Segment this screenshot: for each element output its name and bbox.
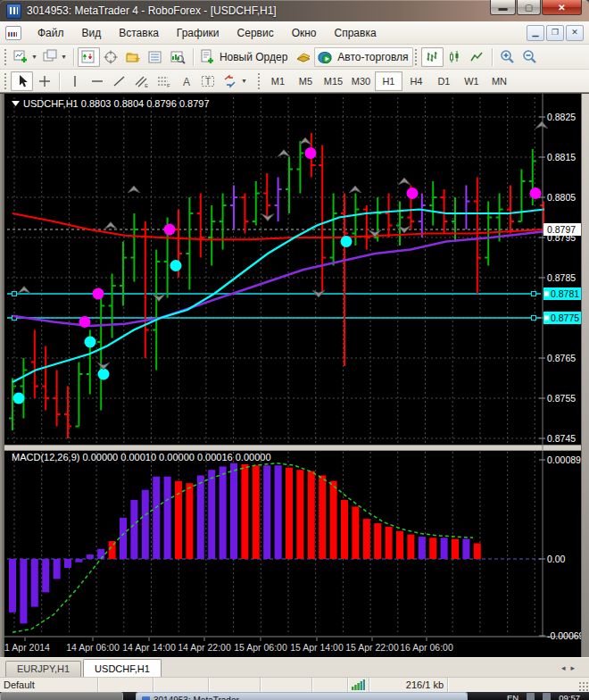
market-watch-icon bbox=[81, 50, 95, 64]
arrows-button[interactable]: ▼ bbox=[220, 71, 250, 91]
new-order-button[interactable]: Новый Ордер bbox=[197, 47, 292, 67]
title-bar: 3014953: MetaTrader 4 - RoboForex - [USD… bbox=[0, 0, 589, 21]
child-minimize-button[interactable]: ▁ bbox=[527, 25, 544, 41]
svg-text:14 Apr 22:00: 14 Apr 22:00 bbox=[178, 642, 231, 653]
terminal-button[interactable] bbox=[145, 47, 167, 67]
connection-signal bbox=[348, 678, 369, 692]
market-watch-button[interactable] bbox=[78, 47, 100, 67]
timeframe-w1[interactable]: W1 bbox=[458, 71, 485, 91]
candlestick-icon bbox=[447, 50, 461, 64]
timeframe-mn[interactable]: MN bbox=[485, 71, 513, 91]
taskbar-clock[interactable]: 09:57 bbox=[559, 693, 580, 700]
navigator-button[interactable]: ★ bbox=[122, 47, 145, 67]
data-window-button[interactable] bbox=[100, 47, 122, 67]
horizontal-line-button[interactable] bbox=[86, 71, 108, 91]
tab-eurjpy-h1[interactable]: EURJPY,H1 bbox=[5, 661, 81, 677]
timeframe-d1[interactable]: D1 bbox=[430, 71, 458, 91]
menu-charts[interactable]: Графики bbox=[168, 23, 228, 43]
resize-grip[interactable] bbox=[578, 681, 589, 692]
timeframe-m5[interactable]: M5 bbox=[292, 71, 319, 91]
metatrader-taskbar-icon bbox=[142, 696, 150, 700]
current-price-badge: 0.8797 bbox=[543, 223, 581, 236]
fibonacci-icon: F bbox=[156, 74, 171, 88]
text-button[interactable]: A bbox=[175, 71, 197, 91]
svg-text:0.8745: 0.8745 bbox=[547, 433, 576, 444]
menu-file[interactable]: Файл bbox=[29, 23, 73, 43]
taskbar-metatrader-button[interactable]: 3014953: MetaTrader bbox=[136, 692, 468, 700]
price-chart[interactable]: 0.88250.88150.88050.87950.87850.87750.87… bbox=[0, 94, 589, 657]
menu-help[interactable]: Справка bbox=[326, 23, 386, 43]
toolbar-grip[interactable] bbox=[4, 72, 7, 90]
crosshair-icon bbox=[37, 74, 52, 88]
bar-chart-button[interactable] bbox=[421, 47, 444, 67]
timeframe-m30[interactable]: M30 bbox=[347, 71, 375, 91]
autotrade-label: Авто-торговля bbox=[336, 51, 410, 63]
taskbar-button-label: 3014953: MetaTrader bbox=[153, 696, 239, 700]
status-profile: Default bbox=[0, 678, 98, 692]
menu-view[interactable]: Вид bbox=[73, 23, 111, 43]
gold-book-icon bbox=[295, 50, 311, 63]
minimize-button[interactable]: ▬ bbox=[490, 0, 516, 15]
timeframe-h1[interactable]: H1 bbox=[375, 71, 402, 91]
macd-header: MACD(12,26,9) 0.00000 0.00010 0.00000 0.… bbox=[12, 452, 271, 462]
crosshair-circle-icon bbox=[104, 50, 118, 64]
new-chart-button[interactable]: ▼ bbox=[11, 47, 40, 67]
folder-star-icon: ★ bbox=[126, 50, 141, 64]
metaeditor-button[interactable] bbox=[292, 47, 314, 67]
zoom-in-button[interactable] bbox=[496, 47, 518, 67]
tab-usdchf-h1[interactable]: USDCHF,H1 bbox=[83, 659, 162, 677]
profiles-button[interactable]: ▼ bbox=[40, 47, 70, 67]
status-bar: Default 216/1 kb bbox=[0, 677, 589, 692]
cursor-icon bbox=[15, 74, 29, 88]
strategy-tester-button[interactable] bbox=[167, 47, 189, 67]
close-button[interactable]: ✕ bbox=[542, 0, 582, 15]
language-indicator[interactable]: EN bbox=[507, 693, 518, 700]
child-restore-button[interactable]: ❐ bbox=[546, 25, 564, 41]
connection-traffic: 216/1 kb bbox=[369, 678, 448, 692]
vertical-line-button[interactable] bbox=[63, 71, 86, 91]
text-label-button[interactable]: T bbox=[197, 71, 220, 91]
panel-separator bbox=[0, 445, 589, 451]
svg-text:0.8775: 0.8775 bbox=[551, 312, 579, 323]
svg-text:0.8805: 0.8805 bbox=[547, 192, 576, 203]
chart-panel[interactable]: 0.88250.88150.88050.87950.87850.87750.87… bbox=[0, 94, 589, 657]
equidistant-channel-button[interactable]: E bbox=[130, 71, 153, 91]
timeframe-m1[interactable]: M1 bbox=[264, 71, 292, 91]
trend-line-button[interactable] bbox=[108, 71, 130, 91]
child-close-button[interactable]: ✕ bbox=[566, 25, 584, 41]
candlestick-chart-button[interactable] bbox=[444, 47, 466, 67]
tray-icon[interactable] bbox=[543, 693, 551, 700]
line-chart-button[interactable] bbox=[466, 47, 488, 67]
svg-text:0.8815: 0.8815 bbox=[547, 152, 576, 162]
toolbar-grip[interactable] bbox=[4, 48, 7, 66]
cursor-button[interactable] bbox=[11, 71, 33, 91]
tab-scroll-arrows[interactable]: ◂▸ bbox=[561, 663, 580, 672]
menu-insert[interactable]: Вставка bbox=[110, 23, 168, 43]
toolbar-grip[interactable] bbox=[257, 72, 261, 90]
fibonacci-button[interactable]: F bbox=[153, 71, 175, 91]
timeframe-h4[interactable]: H4 bbox=[402, 71, 430, 91]
windows-taskbar: 3014953: MetaTrader EN 09:57 bbox=[0, 692, 589, 700]
tray-icon[interactable] bbox=[527, 693, 535, 700]
svg-text:0.00: 0.00 bbox=[547, 554, 566, 564]
svg-text:0.8785: 0.8785 bbox=[547, 272, 576, 283]
status-cell bbox=[209, 678, 261, 692]
arrows-icon bbox=[222, 74, 238, 88]
svg-text:0.8797: 0.8797 bbox=[547, 224, 576, 235]
menu-window[interactable]: Окно bbox=[283, 23, 326, 43]
maximize-button[interactable]: ▢ bbox=[517, 0, 541, 15]
app-icon bbox=[6, 4, 21, 19]
crosshair-button[interactable] bbox=[33, 71, 55, 91]
svg-text:F: F bbox=[167, 83, 170, 88]
menu-tools[interactable]: Сервис bbox=[228, 23, 283, 43]
timeframe-m15[interactable]: M15 bbox=[319, 71, 347, 91]
taskbar-item-partial[interactable] bbox=[0, 692, 123, 700]
svg-text:★: ★ bbox=[134, 54, 141, 63]
chevron-down-icon: ▼ bbox=[61, 54, 67, 60]
status-cell bbox=[153, 678, 209, 692]
autotrade-button[interactable]: Авто-торговля bbox=[314, 47, 412, 67]
zoom-in-icon bbox=[500, 49, 515, 64]
toolbar-grip[interactable] bbox=[414, 48, 418, 66]
toolbar-separator bbox=[492, 48, 493, 66]
zoom-out-button[interactable] bbox=[518, 47, 541, 67]
